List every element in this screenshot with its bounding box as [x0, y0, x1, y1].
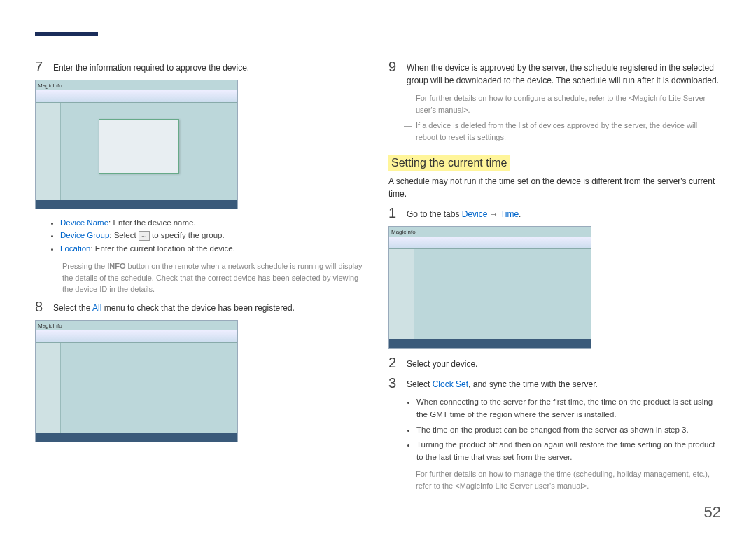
label-location: Location [60, 244, 90, 253]
e: . [519, 209, 521, 219]
sub-bullet-2: The time on the product can be changed f… [416, 424, 721, 437]
step-number: 7 [35, 59, 45, 74]
step-number: 2 [388, 356, 398, 370]
c: , and sync the time with the server. [468, 379, 598, 389]
app-toolbar [389, 237, 591, 249]
step-9: 9 When the device is approved by the ser… [388, 59, 721, 87]
step-text: Go to the tabs Device → Time. [407, 206, 721, 220]
left-column: 7 Enter the information required to appr… [35, 59, 368, 496]
time-sub-bullets: When connecting to the server for the fi… [407, 396, 721, 464]
t-b: All [92, 303, 102, 313]
step-text: Select the All menu to check that the de… [53, 300, 368, 314]
step-number: 3 [388, 376, 398, 391]
step-number: 1 [388, 206, 398, 220]
note-schedule-manual: ― For further details on how to configur… [404, 92, 721, 115]
right-column: 9 When the device is approved by the ser… [388, 59, 721, 496]
section-heading: Setting the current time [388, 155, 510, 171]
note-info-button: ― Pressing the INFO button on the remote… [50, 260, 368, 295]
text-device-name: : Enter the device name. [108, 218, 196, 227]
note-b: INFO [107, 262, 125, 270]
step-number: 8 [35, 300, 45, 314]
dash-icon: ― [404, 92, 412, 115]
text-device-group-b: to specify the group. [150, 231, 225, 239]
step-number: 9 [388, 59, 398, 87]
dash-icon: ― [404, 468, 412, 491]
a: Go to the tabs [407, 209, 462, 219]
screenshot-time-tab: MagicInfo [388, 226, 592, 349]
note-time-manual: ― For further details on how to manage t… [404, 468, 721, 491]
label-device-group: Device Group [60, 231, 109, 239]
d: Time [500, 209, 519, 219]
content-columns: 7 Enter the information required to appr… [35, 59, 721, 496]
app-logo: MagicInfo [38, 323, 62, 329]
t-a: Select the [53, 303, 92, 313]
step-text: Enter the information required to approv… [53, 59, 368, 74]
step-text: When the device is approved by the serve… [407, 59, 721, 87]
page-number: 52 [704, 503, 721, 521]
dash-icon: ― [50, 260, 58, 295]
dash-icon: ― [404, 120, 412, 143]
b: Device [462, 209, 488, 219]
text-location: : Enter the current location of the devi… [90, 244, 234, 253]
note-a: Pressing the [62, 262, 107, 270]
b: Clock Set [433, 379, 468, 389]
app-footer [36, 200, 237, 209]
field-bullets: Device Name: Enter the device name. Devi… [50, 216, 368, 255]
step-text: Select your device. [407, 356, 721, 370]
step-3: 3 Select Clock Set, and sync the time wi… [388, 376, 721, 391]
screenshot-approve-device: MagicInfo [35, 80, 238, 209]
app-logo: MagicInfo [391, 229, 416, 235]
approve-dialog [99, 119, 179, 174]
app-sidebar [36, 343, 61, 433]
app-footer [36, 433, 237, 442]
header-rule [35, 34, 721, 34]
a: Select [407, 379, 433, 389]
step-2: 2 Select your device. [388, 356, 721, 370]
app-footer [389, 339, 591, 348]
section-intro: A schedule may not run if the time set o… [388, 175, 721, 200]
bullet-location: Location: Enter the current location of … [60, 242, 368, 255]
note-text: If a device is deleted from the list of … [416, 120, 721, 143]
t-c: menu to check that the device has been r… [102, 303, 295, 313]
step-text: Select Clock Set, and sync the time with… [407, 376, 721, 391]
step-1: 1 Go to the tabs Device → Time. [388, 206, 721, 220]
note-device-deleted: ― If a device is deleted from the list o… [404, 120, 721, 143]
note-text: For further details on how to configure … [416, 92, 721, 115]
note-text: Pressing the INFO button on the remote w… [62, 260, 368, 295]
step-8: 8 Select the All menu to check that the … [35, 300, 368, 314]
bullet-device-group: Device Group: Select ··· to specify the … [60, 229, 368, 241]
app-toolbar [36, 90, 237, 103]
c: → [487, 209, 500, 219]
sub-bullet-3: Turning the product off and then on agai… [416, 439, 721, 464]
screenshot-all-menu: MagicInfo [35, 320, 238, 442]
step-7: 7 Enter the information required to appr… [35, 59, 368, 74]
label-device-name: Device Name [60, 218, 108, 227]
app-sidebar [389, 249, 414, 339]
note-text: For further details on how to manage the… [416, 468, 721, 491]
sub-bullet-1: When connecting to the server for the fi… [416, 396, 721, 421]
bullet-device-name: Device Name: Enter the device name. [60, 216, 368, 229]
ellipsis-icon: ··· [139, 231, 150, 241]
app-sidebar [36, 103, 61, 200]
text-device-group-a: : Select [109, 231, 139, 239]
app-logo: MagicInfo [38, 83, 62, 89]
app-toolbar [36, 330, 237, 343]
